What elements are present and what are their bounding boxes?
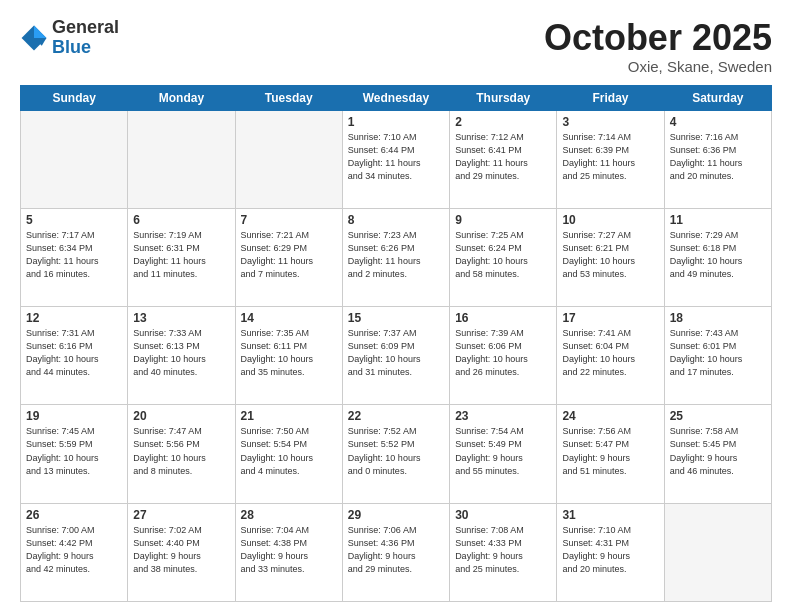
day-number: 5 [26, 213, 122, 227]
table-row: 28Sunrise: 7:04 AM Sunset: 4:38 PM Dayli… [235, 503, 342, 601]
day-info: Sunrise: 7:52 AM Sunset: 5:52 PM Dayligh… [348, 425, 444, 477]
table-row: 29Sunrise: 7:06 AM Sunset: 4:36 PM Dayli… [342, 503, 449, 601]
location: Oxie, Skane, Sweden [544, 58, 772, 75]
day-number: 28 [241, 508, 337, 522]
table-row: 8Sunrise: 7:23 AM Sunset: 6:26 PM Daylig… [342, 208, 449, 306]
table-row: 1Sunrise: 7:10 AM Sunset: 6:44 PM Daylig… [342, 110, 449, 208]
calendar-week-row: 19Sunrise: 7:45 AM Sunset: 5:59 PM Dayli… [21, 405, 772, 503]
calendar-week-row: 26Sunrise: 7:00 AM Sunset: 4:42 PM Dayli… [21, 503, 772, 601]
table-row: 15Sunrise: 7:37 AM Sunset: 6:09 PM Dayli… [342, 307, 449, 405]
day-info: Sunrise: 7:56 AM Sunset: 5:47 PM Dayligh… [562, 425, 658, 477]
col-saturday: Saturday [664, 85, 771, 110]
col-sunday: Sunday [21, 85, 128, 110]
day-info: Sunrise: 7:04 AM Sunset: 4:38 PM Dayligh… [241, 524, 337, 576]
day-info: Sunrise: 7:31 AM Sunset: 6:16 PM Dayligh… [26, 327, 122, 379]
day-info: Sunrise: 7:37 AM Sunset: 6:09 PM Dayligh… [348, 327, 444, 379]
day-info: Sunrise: 7:10 AM Sunset: 6:44 PM Dayligh… [348, 131, 444, 183]
col-wednesday: Wednesday [342, 85, 449, 110]
calendar-week-row: 1Sunrise: 7:10 AM Sunset: 6:44 PM Daylig… [21, 110, 772, 208]
day-info: Sunrise: 7:08 AM Sunset: 4:33 PM Dayligh… [455, 524, 551, 576]
table-row: 16Sunrise: 7:39 AM Sunset: 6:06 PM Dayli… [450, 307, 557, 405]
day-number: 21 [241, 409, 337, 423]
day-info: Sunrise: 7:21 AM Sunset: 6:29 PM Dayligh… [241, 229, 337, 281]
table-row: 19Sunrise: 7:45 AM Sunset: 5:59 PM Dayli… [21, 405, 128, 503]
table-row: 24Sunrise: 7:56 AM Sunset: 5:47 PM Dayli… [557, 405, 664, 503]
day-info: Sunrise: 7:10 AM Sunset: 4:31 PM Dayligh… [562, 524, 658, 576]
day-number: 3 [562, 115, 658, 129]
day-info: Sunrise: 7:02 AM Sunset: 4:40 PM Dayligh… [133, 524, 229, 576]
table-row: 30Sunrise: 7:08 AM Sunset: 4:33 PM Dayli… [450, 503, 557, 601]
day-info: Sunrise: 7:43 AM Sunset: 6:01 PM Dayligh… [670, 327, 766, 379]
day-number: 17 [562, 311, 658, 325]
table-row: 13Sunrise: 7:33 AM Sunset: 6:13 PM Dayli… [128, 307, 235, 405]
logo-text: General Blue [52, 18, 119, 58]
page: General Blue October 2025 Oxie, Skane, S… [0, 0, 792, 612]
col-monday: Monday [128, 85, 235, 110]
svg-marker-1 [34, 25, 46, 37]
day-info: Sunrise: 7:58 AM Sunset: 5:45 PM Dayligh… [670, 425, 766, 477]
day-number: 16 [455, 311, 551, 325]
table-row: 7Sunrise: 7:21 AM Sunset: 6:29 PM Daylig… [235, 208, 342, 306]
day-info: Sunrise: 7:23 AM Sunset: 6:26 PM Dayligh… [348, 229, 444, 281]
table-row: 6Sunrise: 7:19 AM Sunset: 6:31 PM Daylig… [128, 208, 235, 306]
day-number: 24 [562, 409, 658, 423]
day-info: Sunrise: 7:33 AM Sunset: 6:13 PM Dayligh… [133, 327, 229, 379]
day-info: Sunrise: 7:45 AM Sunset: 5:59 PM Dayligh… [26, 425, 122, 477]
day-info: Sunrise: 7:54 AM Sunset: 5:49 PM Dayligh… [455, 425, 551, 477]
table-row: 4Sunrise: 7:16 AM Sunset: 6:36 PM Daylig… [664, 110, 771, 208]
col-friday: Friday [557, 85, 664, 110]
table-row: 21Sunrise: 7:50 AM Sunset: 5:54 PM Dayli… [235, 405, 342, 503]
table-row: 12Sunrise: 7:31 AM Sunset: 6:16 PM Dayli… [21, 307, 128, 405]
calendar-header-row: Sunday Monday Tuesday Wednesday Thursday… [21, 85, 772, 110]
day-number: 27 [133, 508, 229, 522]
calendar-table: Sunday Monday Tuesday Wednesday Thursday… [20, 85, 772, 602]
calendar-week-row: 12Sunrise: 7:31 AM Sunset: 6:16 PM Dayli… [21, 307, 772, 405]
table-row: 18Sunrise: 7:43 AM Sunset: 6:01 PM Dayli… [664, 307, 771, 405]
day-info: Sunrise: 7:35 AM Sunset: 6:11 PM Dayligh… [241, 327, 337, 379]
day-info: Sunrise: 7:50 AM Sunset: 5:54 PM Dayligh… [241, 425, 337, 477]
table-row: 9Sunrise: 7:25 AM Sunset: 6:24 PM Daylig… [450, 208, 557, 306]
day-number: 9 [455, 213, 551, 227]
table-row: 25Sunrise: 7:58 AM Sunset: 5:45 PM Dayli… [664, 405, 771, 503]
table-row: 11Sunrise: 7:29 AM Sunset: 6:18 PM Dayli… [664, 208, 771, 306]
day-number: 19 [26, 409, 122, 423]
table-row: 5Sunrise: 7:17 AM Sunset: 6:34 PM Daylig… [21, 208, 128, 306]
table-row [21, 110, 128, 208]
day-info: Sunrise: 7:29 AM Sunset: 6:18 PM Dayligh… [670, 229, 766, 281]
day-info: Sunrise: 7:27 AM Sunset: 6:21 PM Dayligh… [562, 229, 658, 281]
table-row: 17Sunrise: 7:41 AM Sunset: 6:04 PM Dayli… [557, 307, 664, 405]
table-row: 26Sunrise: 7:00 AM Sunset: 4:42 PM Dayli… [21, 503, 128, 601]
day-number: 25 [670, 409, 766, 423]
day-number: 4 [670, 115, 766, 129]
day-info: Sunrise: 7:41 AM Sunset: 6:04 PM Dayligh… [562, 327, 658, 379]
table-row: 27Sunrise: 7:02 AM Sunset: 4:40 PM Dayli… [128, 503, 235, 601]
day-number: 2 [455, 115, 551, 129]
table-row: 10Sunrise: 7:27 AM Sunset: 6:21 PM Dayli… [557, 208, 664, 306]
logo-blue-text: Blue [52, 37, 91, 57]
day-info: Sunrise: 7:19 AM Sunset: 6:31 PM Dayligh… [133, 229, 229, 281]
day-number: 31 [562, 508, 658, 522]
day-number: 7 [241, 213, 337, 227]
day-number: 13 [133, 311, 229, 325]
col-tuesday: Tuesday [235, 85, 342, 110]
day-number: 23 [455, 409, 551, 423]
day-info: Sunrise: 7:47 AM Sunset: 5:56 PM Dayligh… [133, 425, 229, 477]
day-number: 18 [670, 311, 766, 325]
table-row [664, 503, 771, 601]
day-info: Sunrise: 7:14 AM Sunset: 6:39 PM Dayligh… [562, 131, 658, 183]
day-number: 11 [670, 213, 766, 227]
table-row: 20Sunrise: 7:47 AM Sunset: 5:56 PM Dayli… [128, 405, 235, 503]
day-info: Sunrise: 7:06 AM Sunset: 4:36 PM Dayligh… [348, 524, 444, 576]
day-number: 10 [562, 213, 658, 227]
table-row: 3Sunrise: 7:14 AM Sunset: 6:39 PM Daylig… [557, 110, 664, 208]
logo-icon [20, 24, 48, 52]
day-number: 20 [133, 409, 229, 423]
day-info: Sunrise: 7:17 AM Sunset: 6:34 PM Dayligh… [26, 229, 122, 281]
table-row: 2Sunrise: 7:12 AM Sunset: 6:41 PM Daylig… [450, 110, 557, 208]
day-number: 22 [348, 409, 444, 423]
day-info: Sunrise: 7:16 AM Sunset: 6:36 PM Dayligh… [670, 131, 766, 183]
day-number: 15 [348, 311, 444, 325]
header: General Blue October 2025 Oxie, Skane, S… [20, 18, 772, 75]
day-info: Sunrise: 7:12 AM Sunset: 6:41 PM Dayligh… [455, 131, 551, 183]
table-row: 14Sunrise: 7:35 AM Sunset: 6:11 PM Dayli… [235, 307, 342, 405]
